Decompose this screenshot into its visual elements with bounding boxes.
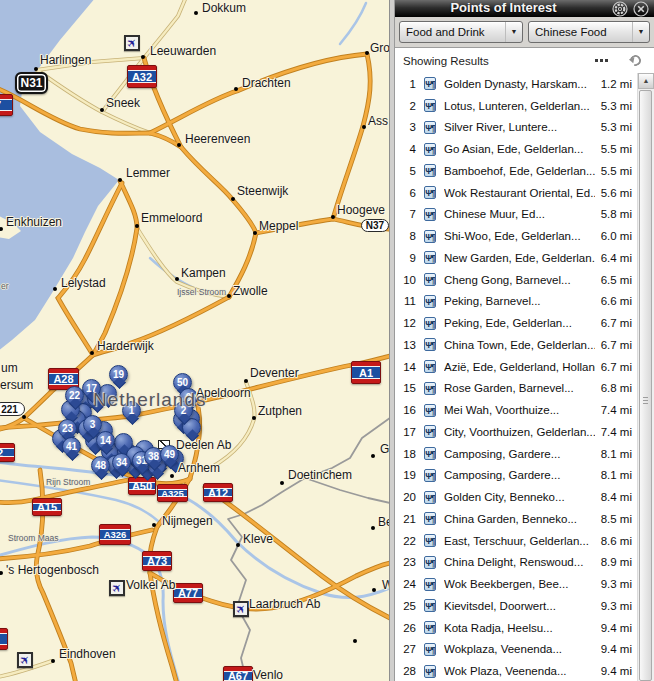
city-label: Dokkum <box>202 1 246 15</box>
city-dot <box>0 571 3 575</box>
poi-result-row[interactable]: 9Ψ¶New Garden, Ede, Gelderlan...6.4 mi <box>395 247 637 269</box>
result-rank: 4 <box>400 143 416 155</box>
water-label: Rijn Stroom <box>46 477 90 487</box>
poi-result-row[interactable]: 21Ψ¶China Garden, Benneko...8.5 mi <box>395 508 637 530</box>
poi-result-row[interactable]: 16Ψ¶Mei Wah, Voorthuize...7.4 mi <box>395 399 637 421</box>
result-distance: 8.5 mi <box>595 513 635 525</box>
airport-icon: ✈ <box>109 580 125 596</box>
poi-result-row[interactable]: 4Ψ¶Go Asian, Ede, Gelderlan...5.5 mi <box>395 138 637 160</box>
poi-result-row[interactable]: 10Ψ¶Cheng Gong, Barnevel...6.5 mi <box>395 269 637 291</box>
result-name: Lotus, Lunteren, Gelderlan... <box>444 100 595 112</box>
result-distance: 8.4 mi <box>595 491 635 503</box>
result-name: Wok Plaza, Veenenda... <box>444 665 595 677</box>
map-canvas[interactable]: Ijssel StroomRijn StroomStroom MaaserN31… <box>0 0 389 681</box>
restaurant-icon: Ψ¶ <box>424 643 436 656</box>
result-rank: 21 <box>400 513 416 525</box>
poi-result-row[interactable]: 23Ψ¶China Delight, Renswoud...8.9 mi <box>395 552 637 574</box>
poi-pin-48[interactable]: 48 <box>91 456 110 475</box>
result-rank: 28 <box>400 665 416 677</box>
restaurant-icon: Ψ¶ <box>424 447 436 460</box>
poi-result-row[interactable]: 25Ψ¶Kievitsdel, Doorwert...9.3 mi <box>395 595 637 617</box>
status-row: Showing Results <box>395 48 654 73</box>
poi-result-row[interactable]: 5Ψ¶Bamboehof, Ede, Gelderlan...5.5 mi <box>395 160 637 182</box>
city-label: Venlo <box>253 668 283 681</box>
poi-result-row[interactable]: 8Ψ¶Shi-Woo, Ede, Gelderlan...6.0 mi <box>395 225 637 247</box>
poi-result-row[interactable]: 13Ψ¶China Town, Ede, Gelderlan...6.7 mi <box>395 334 637 356</box>
poi-result-row[interactable]: 24Ψ¶Wok Beekbergen, Bee...9.3 mi <box>395 573 637 595</box>
restaurant-icon: Ψ¶ <box>424 164 436 177</box>
road-marker-a73: A73 <box>142 551 172 571</box>
result-distance: 6.5 mi <box>595 274 635 286</box>
filter-bar: Food and Drink ▼ Chinese Food ▼ <box>395 17 654 47</box>
poi-result-row[interactable]: 12Ψ¶Peking, Ede, Gelderlan...6.7 mi <box>395 312 637 334</box>
city-label: um <box>1 361 18 375</box>
poi-result-row[interactable]: 15Ψ¶Rose Garden, Barnevel...6.8 mi <box>395 378 637 400</box>
city-label: Eindhoven <box>59 647 116 661</box>
city-dot <box>353 639 357 643</box>
city-label: Nijmegen <box>162 514 213 528</box>
poi-result-row[interactable]: 19Ψ¶Camposing, Gardere...8.1 mi <box>395 465 637 487</box>
poi-result-row[interactable]: 2Ψ¶Lotus, Lunteren, Gelderlan...5.3 mi <box>395 95 637 117</box>
result-rank: 9 <box>400 252 416 264</box>
scrollbar[interactable]: ▲ <box>637 73 654 681</box>
poi-result-row[interactable]: 22Ψ¶East, Terschuur, Gelderlan...8.6 mi <box>395 530 637 552</box>
restaurant-icon: Ψ¶ <box>424 621 436 634</box>
result-distance: 6.6 mi <box>595 295 635 307</box>
poi-result-row[interactable]: 3Ψ¶Silver River, Luntere...5.3 mi <box>395 117 637 139</box>
scroll-up-icon[interactable]: ▲ <box>638 73 654 89</box>
city-label: Arnhem <box>178 461 220 475</box>
result-distance: 5.3 mi <box>595 100 635 112</box>
result-rank: 27 <box>400 643 416 655</box>
poi-result-row[interactable]: 20Ψ¶Golden City, Benneko...8.4 mi <box>395 486 637 508</box>
airport-icon: ✈ <box>124 35 140 51</box>
points-of-interest-panel: Points of Interest Food and Drink ▼ <box>395 0 654 681</box>
subcategory-dropdown[interactable]: Chinese Food ▼ <box>528 21 650 43</box>
city-label: Hoogeve <box>337 203 385 217</box>
city-dot <box>152 523 156 527</box>
poi-result-row[interactable]: 1Ψ¶Golden Dynasty, Harskam...1.2 mi <box>395 73 637 95</box>
result-name: Kievitsdel, Doorwert... <box>444 600 595 612</box>
restaurant-icon: Ψ¶ <box>424 143 436 156</box>
poi-pin-14[interactable]: 14 <box>96 431 115 450</box>
poi-result-row[interactable]: 11Ψ¶Peking, Barnevel...6.6 mi <box>395 291 637 313</box>
poi-result-row[interactable]: 27Ψ¶Wokplaza, Veenenda...9.4 mi <box>395 639 637 661</box>
poi-pin-22[interactable]: 22 <box>65 386 84 405</box>
poi-result-row[interactable]: 26Ψ¶Kota Radja, Heelsu...9.4 mi <box>395 617 637 639</box>
road-marker-a15: A15 <box>32 498 62 516</box>
poi-pin-41[interactable]: 41 <box>62 437 81 456</box>
poi-pin-3[interactable]: 3 <box>83 415 102 434</box>
restaurant-icon: Ψ¶ <box>424 534 436 547</box>
poi-pin-19[interactable]: 19 <box>109 365 128 384</box>
restaurant-icon: Ψ¶ <box>424 665 436 678</box>
result-name: Golden City, Benneko... <box>444 491 595 503</box>
overflow-menu-icon[interactable] <box>593 59 608 62</box>
poi-pin-23[interactable]: 23 <box>58 419 77 438</box>
refresh-icon[interactable] <box>628 53 643 68</box>
close-icon[interactable] <box>633 1 649 17</box>
poi-pin-34[interactable]: 34 <box>112 453 131 472</box>
airplane-glyph: ✈ <box>233 601 249 617</box>
poi-result-row[interactable]: 17Ψ¶City, Voorthuizen, Gelderlan...7.4 m… <box>395 421 637 443</box>
city-dot <box>280 481 284 485</box>
poi-result-row[interactable]: 18Ψ¶Camposing, Gardere...8.1 mi <box>395 443 637 465</box>
city-label: Zutphen <box>258 404 302 418</box>
city-label: Doetinchem <box>288 468 352 482</box>
gear-icon[interactable] <box>612 1 628 17</box>
city-dot <box>135 224 139 228</box>
result-rank: 25 <box>400 600 416 612</box>
result-distance: 9.4 mi <box>595 643 635 655</box>
city-dot <box>365 51 369 55</box>
airport-icon: ✈ <box>233 601 249 617</box>
category-dropdown[interactable]: Food and Drink ▼ <box>399 21 523 43</box>
poi-result-row[interactable]: 14Ψ¶Azië, Ede, Gelderland, Holland6.7 mi <box>395 356 637 378</box>
result-name: Peking, Ede, Gelderlan... <box>444 317 595 329</box>
result-name: East, Terschuur, Gelderlan... <box>444 535 595 547</box>
airplane-glyph: ✈ <box>17 652 33 668</box>
result-name: Bamboehof, Ede, Gelderlan... <box>444 165 595 177</box>
result-name: Rose Garden, Barnevel... <box>444 382 595 394</box>
poi-result-row[interactable]: 7Ψ¶Chinese Muur, Ed...5.8 mi <box>395 204 637 226</box>
poi-result-row[interactable]: 28Ψ¶Wok Plaza, Veenenda...9.4 mi <box>395 660 637 681</box>
scrollbar-thumb[interactable] <box>639 90 652 681</box>
restaurant-icon: Ψ¶ <box>424 425 436 438</box>
poi-result-row[interactable]: 6Ψ¶Wok Restaurant Oriental, Ed...5.6 mi <box>395 182 637 204</box>
